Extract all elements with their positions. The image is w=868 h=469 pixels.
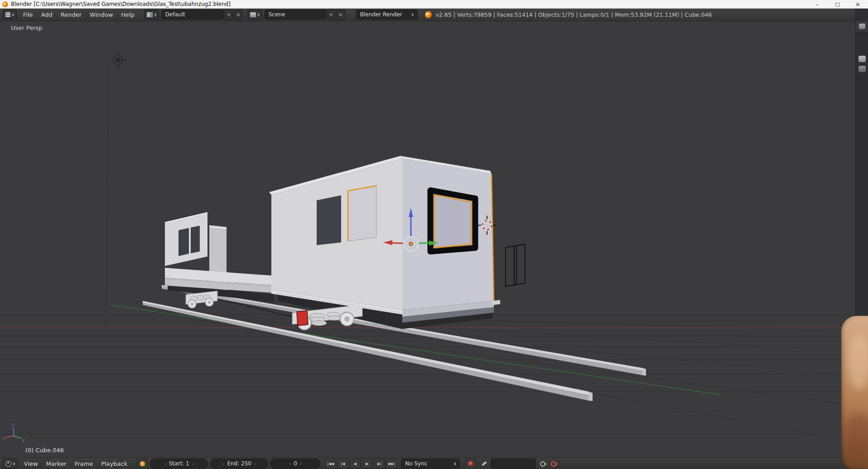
properties-tab-icon[interactable] <box>858 66 866 72</box>
jump-to-end-button[interactable]: ▶▶| <box>386 459 397 469</box>
menu-frame[interactable]: Frame <box>71 460 97 467</box>
minimize-button[interactable]: – <box>807 0 827 8</box>
editor-type-selector[interactable]: ▲▼ <box>3 459 18 469</box>
editor-type-icon[interactable] <box>859 24 865 29</box>
jump-to-start-button[interactable]: |◀◀ <box>325 459 336 469</box>
timeline-editor-icon <box>5 461 11 467</box>
add-layout-button[interactable]: + <box>224 10 233 19</box>
active-object-label: (0) Cube.046 <box>25 447 64 454</box>
cab-window <box>191 226 200 253</box>
menu-playback[interactable]: Playback <box>97 460 131 467</box>
av-sync-select[interactable]: No Sync ▲▼ <box>401 459 460 469</box>
photo-shadow <box>845 414 868 457</box>
start-frame-field[interactable]: ‹ Start: 1 › <box>150 459 208 469</box>
properties-header-sliver[interactable] <box>856 21 868 32</box>
scene-icon-button[interactable]: ▲▼ <box>247 10 262 19</box>
screen-layout-icon <box>147 12 153 17</box>
next-keyframe-button[interactable]: ▶| <box>374 459 385 469</box>
increment-arrow-icon[interactable]: › <box>192 461 194 466</box>
side-window-glass-selected <box>348 186 376 241</box>
editor-type-selector[interactable]: ▲▼ <box>3 10 17 19</box>
view-mode-label: User Persp <box>11 24 43 31</box>
delete-keyframe-icon[interactable] <box>550 460 558 467</box>
decrement-arrow-icon[interactable]: ‹ <box>222 461 224 466</box>
record-icon <box>468 461 473 466</box>
scene-field[interactable]: Scene <box>265 10 326 19</box>
menu-render[interactable]: Render <box>57 11 86 18</box>
auto-keyframe-button[interactable] <box>465 459 476 469</box>
decrement-arrow-icon[interactable]: ‹ <box>164 461 166 466</box>
axis-label-z: z <box>12 422 14 427</box>
screen-layout-icon-button[interactable]: ▲▼ <box>144 10 159 19</box>
decrement-arrow-icon[interactable]: ‹ <box>289 461 291 466</box>
keying-set-field[interactable] <box>491 459 536 469</box>
photo-highlight <box>849 333 868 389</box>
background-photo-fragment <box>841 316 868 469</box>
blender-logo-icon <box>425 11 432 18</box>
menu-window[interactable]: Window <box>86 11 117 18</box>
close-button[interactable]: × <box>848 0 868 8</box>
play-reverse-button[interactable]: ◀ <box>349 459 361 469</box>
object-origin <box>409 242 413 246</box>
chevron-updown-icon: ▲▼ <box>258 13 260 16</box>
screen-layout-field[interactable]: Default <box>161 10 224 19</box>
info-header: ▲▼ File Add Render Window Help ▲▼ Defaul… <box>0 8 855 21</box>
red-buffer <box>297 310 308 326</box>
side-window-opening <box>317 195 341 245</box>
menu-file[interactable]: File <box>19 11 37 18</box>
window-title: Blender [C:\Users\Wagner\Saved Games\Dow… <box>11 1 231 7</box>
remove-scene-button[interactable]: × <box>336 10 345 19</box>
menu-view[interactable]: View <box>20 460 42 467</box>
titlebar: Blender [C:\Users\Wagner\Saved Games\Dow… <box>0 0 868 9</box>
scene-icon <box>250 12 256 17</box>
chevron-updown-icon: ▲▼ <box>454 462 456 465</box>
front-window-frame <box>430 190 475 251</box>
remove-layout-button[interactable]: × <box>234 10 243 19</box>
maximize-button[interactable]: □ <box>827 0 848 8</box>
playback-controls: |◀◀ |◀ ◀ ▶ ▶| ▶▶| <box>325 459 397 469</box>
add-scene-button[interactable]: + <box>327 10 336 19</box>
increment-arrow-icon[interactable]: › <box>254 461 256 466</box>
increment-arrow-icon[interactable]: › <box>300 461 302 466</box>
render-engine-select[interactable]: Blender Render ▲▼ <box>356 10 418 19</box>
cab-window <box>178 228 189 256</box>
3d-viewport[interactable]: x y z <box>0 21 855 457</box>
info-editor-icon <box>5 12 10 17</box>
axis-label-x: x <box>3 436 5 440</box>
chevron-updown-icon: ▲▼ <box>13 462 15 465</box>
chevron-updown-icon: ▲▼ <box>12 13 14 16</box>
play-button[interactable]: ▶ <box>362 459 373 469</box>
timeline-header: ▲▼ View Marker Frame Playback ‹ Start: 1… <box>0 457 855 469</box>
preview-range-button[interactable] <box>137 459 148 469</box>
chevron-updown-icon: ▲▼ <box>154 13 156 16</box>
chevron-updown-icon: ▲▼ <box>412 13 414 16</box>
keying-pencil-icon[interactable] <box>482 461 487 466</box>
end-frame-field[interactable]: ‹ End: 250 › <box>210 459 268 469</box>
scene-statistics: v2.65 | Verts:79859 | Faces:51414 | Obje… <box>436 11 712 18</box>
blender-app-icon <box>2 1 8 7</box>
preview-range-icon <box>140 461 145 466</box>
menu-marker[interactable]: Marker <box>42 460 71 467</box>
axis-label-y: y <box>22 438 25 442</box>
prev-keyframe-button[interactable]: |◀ <box>337 459 348 469</box>
current-frame-field[interactable]: ‹ 0 › <box>270 459 320 469</box>
insert-keyframe-icon[interactable] <box>540 460 547 467</box>
properties-tab-icon[interactable] <box>858 56 866 62</box>
menu-help[interactable]: Help <box>117 11 139 18</box>
menu-add[interactable]: Add <box>37 11 57 18</box>
